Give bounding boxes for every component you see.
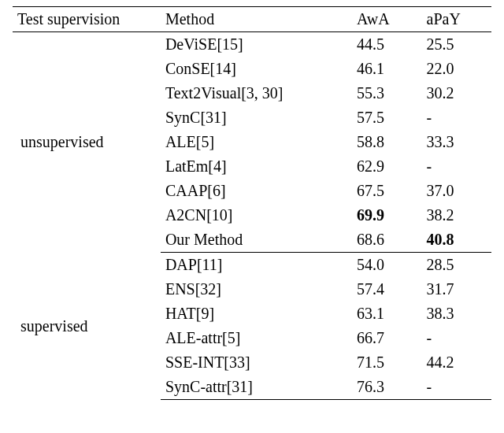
header-apay: aPaY [422, 7, 491, 32]
header-awa: AwA [352, 7, 421, 32]
header-method: Method [161, 7, 352, 32]
apay-cell: - [422, 105, 491, 130]
supervision-cell: supervised [13, 253, 161, 400]
awa-cell: 54.0 [352, 253, 421, 278]
method-cell: SynC-attr[31] [161, 375, 352, 400]
method-cell: DeViSE[15] [161, 32, 352, 57]
supervision-cell: unsupervised [13, 32, 161, 253]
apay-cell: 30.2 [422, 81, 491, 105]
method-cell: SSE-INT[33] [161, 350, 352, 375]
awa-cell: 57.4 [352, 277, 421, 302]
awa-cell: 58.8 [352, 130, 421, 154]
method-cell: ENS[32] [161, 277, 352, 302]
method-cell: ConSE[14] [161, 57, 352, 81]
awa-cell: 62.9 [352, 154, 421, 179]
awa-cell: 46.1 [352, 57, 421, 81]
apay-cell: 44.2 [422, 350, 491, 375]
apay-cell: - [422, 154, 491, 179]
apay-cell: 40.8 [422, 228, 491, 253]
awa-cell: 44.5 [352, 32, 421, 57]
apay-cell: - [422, 326, 491, 350]
method-cell: LatEm[4] [161, 154, 352, 179]
awa-cell: 63.1 [352, 302, 421, 326]
method-cell: ALE[5] [161, 130, 352, 154]
results-table: Test supervision Method AwA aPaY unsuper… [13, 6, 491, 400]
awa-cell: 55.3 [352, 81, 421, 105]
apay-cell: 33.3 [422, 130, 491, 154]
method-cell: SynC[31] [161, 105, 352, 130]
method-cell: Our Method [161, 228, 352, 253]
method-cell: DAP[11] [161, 253, 352, 278]
table-header-row: Test supervision Method AwA aPaY [13, 7, 491, 32]
awa-cell: 76.3 [352, 375, 421, 400]
awa-cell: 66.7 [352, 326, 421, 350]
awa-cell: 71.5 [352, 350, 421, 375]
method-cell: HAT[9] [161, 302, 352, 326]
awa-cell: 67.5 [352, 179, 421, 203]
apay-cell: 25.5 [422, 32, 491, 57]
awa-cell: 57.5 [352, 105, 421, 130]
apay-cell: 31.7 [422, 277, 491, 302]
method-cell: A2CN[10] [161, 203, 352, 228]
method-cell: ALE-attr[5] [161, 326, 352, 350]
method-cell: Text2Visual[3, 30] [161, 81, 352, 105]
table-row: supervisedDAP[11]54.028.5 [13, 253, 491, 278]
method-cell: CAAP[6] [161, 179, 352, 203]
apay-cell: 38.3 [422, 302, 491, 326]
awa-cell: 68.6 [352, 228, 421, 253]
apay-cell: - [422, 375, 491, 400]
apay-cell: 38.2 [422, 203, 491, 228]
apay-cell: 28.5 [422, 253, 491, 278]
header-supervision: Test supervision [13, 7, 161, 32]
awa-cell: 69.9 [352, 203, 421, 228]
table-row: unsupervisedDeViSE[15]44.525.5 [13, 32, 491, 57]
apay-cell: 22.0 [422, 57, 491, 81]
apay-cell: 37.0 [422, 179, 491, 203]
